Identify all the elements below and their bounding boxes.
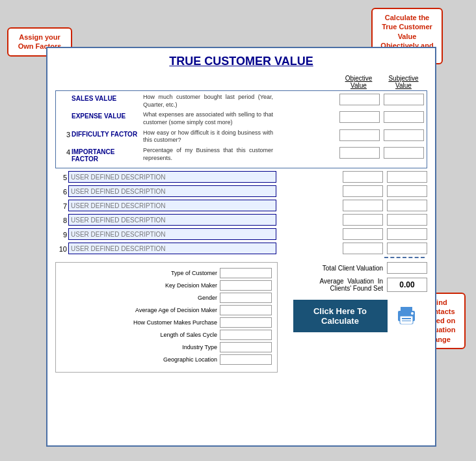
- average-valuation-row: Average Valuation InClients' Found Set 0…: [284, 278, 427, 292]
- table-row: SALES VALUE How much customer bought las…: [59, 94, 424, 109]
- form-row: Industry Type: [61, 342, 272, 352]
- total-valuation-row: Total Client Valuation: [284, 262, 427, 274]
- key-decision-maker-label: Key Decision Maker: [165, 282, 217, 289]
- svg-point-5: [411, 312, 414, 315]
- user6-subjective[interactable]: [387, 185, 427, 197]
- user8-objective[interactable]: [343, 214, 383, 226]
- customer-form: Type of Customer Key Decision Maker Gend…: [55, 262, 278, 373]
- user8-subjective[interactable]: [387, 214, 427, 226]
- printer-icon[interactable]: [394, 302, 419, 331]
- svg-rect-3: [402, 318, 411, 319]
- user7-objective[interactable]: [343, 200, 383, 211]
- column-headers: Objective Value Subjective Value: [55, 75, 427, 89]
- svg-rect-6: [401, 321, 412, 324]
- table-row: 6: [55, 185, 427, 197]
- total-valuation-input[interactable]: [387, 262, 427, 274]
- form-row: Length of Sales Cycle: [61, 330, 272, 340]
- sales-cycle-label: Length of Sales Cycle: [160, 332, 217, 338]
- form-row: Key Decision Maker: [61, 280, 272, 291]
- industry-type-label: Industry Type: [182, 344, 217, 350]
- type-of-customer-input[interactable]: [220, 268, 272, 278]
- user-defined-7-label[interactable]: [68, 200, 276, 211]
- subjective-header: Subjective Value: [382, 75, 425, 89]
- action-row: Click Here To Calculate: [284, 300, 427, 332]
- avg-age-label: Average Age of Decision Maker: [135, 307, 217, 313]
- key-decision-maker-input[interactable]: [220, 280, 272, 291]
- difficulty-objective[interactable]: [339, 129, 380, 141]
- industry-type-input[interactable]: [220, 342, 272, 352]
- user5-subjective[interactable]: [387, 171, 427, 183]
- geo-location-label: Geographic Location: [163, 356, 217, 363]
- user9-subjective[interactable]: [387, 228, 427, 240]
- avg-age-input[interactable]: [220, 305, 272, 315]
- purchase-method-label: How Customer Makes Purchase: [133, 319, 217, 326]
- form-row: Type of Customer: [61, 268, 272, 278]
- table-row: 3 DIFFICULTY FACTOR How easy or how diff…: [59, 129, 424, 144]
- importance-subjective[interactable]: [384, 147, 424, 159]
- sales-cycle-input[interactable]: [220, 330, 272, 340]
- gender-input[interactable]: [220, 293, 272, 303]
- difficulty-subjective[interactable]: [384, 129, 424, 141]
- calculate-button[interactable]: Click Here To Calculate: [293, 300, 388, 332]
- form-row: How Customer Makes Purchase: [61, 317, 272, 328]
- user-defined-5-label[interactable]: [68, 171, 276, 183]
- user10-objective[interactable]: [343, 243, 383, 254]
- type-of-customer-label: Type of Customer: [171, 270, 217, 276]
- user5-objective[interactable]: [343, 171, 383, 183]
- table-row: 7: [55, 200, 427, 211]
- objective-header: Objective Value: [337, 75, 380, 89]
- user-defined-8-label[interactable]: [68, 214, 276, 226]
- fixed-rows: SALES VALUE How much customer bought las…: [55, 90, 427, 168]
- table-row: 10: [55, 243, 427, 254]
- valuation-section: Total Client Valuation Average Valuation…: [284, 262, 427, 373]
- gender-label: Gender: [198, 295, 217, 301]
- user-defined-6-label[interactable]: [68, 185, 276, 197]
- average-valuation-display: 0.00: [387, 278, 427, 292]
- user6-objective[interactable]: [343, 185, 383, 197]
- expense-value-subjective[interactable]: [384, 111, 424, 123]
- user10-subjective[interactable]: [387, 243, 427, 254]
- table-row: EXPENSE VALUE What expenses are associat…: [59, 111, 424, 126]
- outer-container: Assign your Own Factors Calculate the Tr…: [7, 8, 469, 453]
- table-row: 5: [55, 171, 427, 183]
- table-row: 8: [55, 214, 427, 226]
- form-row: Average Age of Decision Maker: [61, 305, 272, 315]
- form-row: Geographic Location: [61, 354, 272, 365]
- sales-value-subjective[interactable]: [384, 94, 424, 105]
- sales-value-objective[interactable]: [339, 94, 380, 105]
- average-valuation-label: Average Valuation InClients' Found Set: [320, 278, 383, 292]
- table-row: 4 IMPORTANCE FACTOR Percentage of my Bus…: [59, 147, 424, 163]
- purchase-method-input[interactable]: [220, 317, 272, 328]
- expense-value-objective[interactable]: [339, 111, 380, 123]
- user-defined-rows: 5 6 7 8: [55, 171, 427, 254]
- main-panel: TRUE CUSTOMER VALUE Objective Value Subj…: [46, 47, 436, 447]
- table-row: 9: [55, 228, 427, 240]
- user-defined-10-label[interactable]: [68, 243, 276, 254]
- form-row: Gender: [61, 293, 272, 303]
- user7-subjective[interactable]: [387, 200, 427, 211]
- total-valuation-label: Total Client Valuation: [323, 265, 383, 272]
- importance-objective[interactable]: [339, 147, 380, 159]
- user-defined-9-label[interactable]: [68, 228, 276, 240]
- svg-rect-1: [401, 307, 412, 312]
- user9-objective[interactable]: [343, 228, 383, 240]
- page-title: TRUE CUSTOMER VALUE: [55, 55, 427, 68]
- geo-location-input[interactable]: [220, 354, 272, 365]
- bottom-section: Type of Customer Key Decision Maker Gend…: [55, 262, 427, 373]
